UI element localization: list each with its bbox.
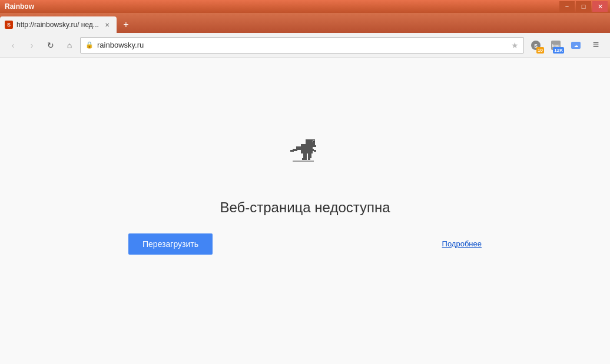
page-content: Веб-страница недоступна Перезагрузить По… bbox=[0, 58, 610, 364]
home-button[interactable]: ⌂ bbox=[61, 37, 78, 54]
extension-badge-1: 10 bbox=[536, 47, 544, 54]
extension-icon-1[interactable]: S 10 bbox=[526, 36, 545, 55]
svg-rect-13 bbox=[290, 150, 294, 152]
svg-text:☁: ☁ bbox=[574, 44, 578, 48]
title-bar-title: Rainbow bbox=[5, 2, 34, 11]
svg-rect-9 bbox=[313, 141, 314, 142]
reload-page-button[interactable]: Перезагрузить bbox=[128, 233, 213, 255]
tab-bar: S http://rainbowsky.ru/ нед... ✕ + bbox=[0, 13, 610, 33]
svg-rect-16 bbox=[308, 153, 311, 158]
error-title: Веб-страница недоступна bbox=[220, 199, 390, 216]
active-tab[interactable]: S http://rainbowsky.ru/ нед... ✕ bbox=[0, 16, 117, 33]
svg-rect-10 bbox=[310, 145, 316, 147]
address-lock-icon: 🔒 bbox=[85, 41, 94, 49]
address-input[interactable] bbox=[97, 41, 508, 49]
minimize-button[interactable]: − bbox=[559, 1, 575, 12]
extension-3-svg: ☁ bbox=[570, 39, 582, 51]
tab-favicon: S bbox=[5, 21, 13, 29]
button-row: Перезагрузить Подробнее bbox=[128, 233, 482, 255]
extension-icon-3[interactable]: ☁ bbox=[566, 36, 585, 55]
nav-bar: ‹ › ↻ ⌂ 🔒 ★ S 10 img 12K ☁ bbox=[0, 33, 610, 58]
address-bar[interactable]: 🔒 ★ bbox=[80, 37, 524, 54]
reload-button[interactable]: ↻ bbox=[42, 37, 59, 54]
dino-container bbox=[284, 132, 326, 176]
svg-rect-15 bbox=[302, 158, 307, 160]
extension-icon-2[interactable]: img 12K bbox=[546, 36, 565, 55]
nav-right-icons: S 10 img 12K ☁ ≡ bbox=[526, 36, 605, 55]
details-link[interactable]: Подробнее bbox=[442, 239, 482, 248]
bookmark-star-icon[interactable]: ★ bbox=[511, 41, 519, 50]
window-controls: − □ ✕ bbox=[559, 1, 608, 12]
tab-close-button[interactable]: ✕ bbox=[102, 20, 112, 29]
extension-badge-2: 12K bbox=[553, 47, 564, 54]
back-button[interactable]: ‹ bbox=[5, 37, 21, 54]
forward-button[interactable]: › bbox=[24, 37, 40, 54]
menu-icon: ≡ bbox=[593, 39, 599, 51]
svg-rect-17 bbox=[308, 158, 310, 160]
svg-rect-18 bbox=[293, 161, 314, 162]
new-tab-button[interactable]: + bbox=[118, 16, 134, 33]
close-button[interactable]: ✕ bbox=[592, 1, 608, 12]
dino-icon bbox=[284, 132, 326, 173]
svg-rect-20 bbox=[314, 150, 316, 152]
title-bar: Rainbow − □ ✕ bbox=[0, 0, 610, 13]
menu-button[interactable]: ≡ bbox=[586, 36, 605, 55]
tab-label: http://rainbowsky.ru/ нед... bbox=[16, 21, 99, 29]
svg-rect-19 bbox=[310, 149, 314, 151]
maximize-button[interactable]: □ bbox=[576, 1, 591, 12]
